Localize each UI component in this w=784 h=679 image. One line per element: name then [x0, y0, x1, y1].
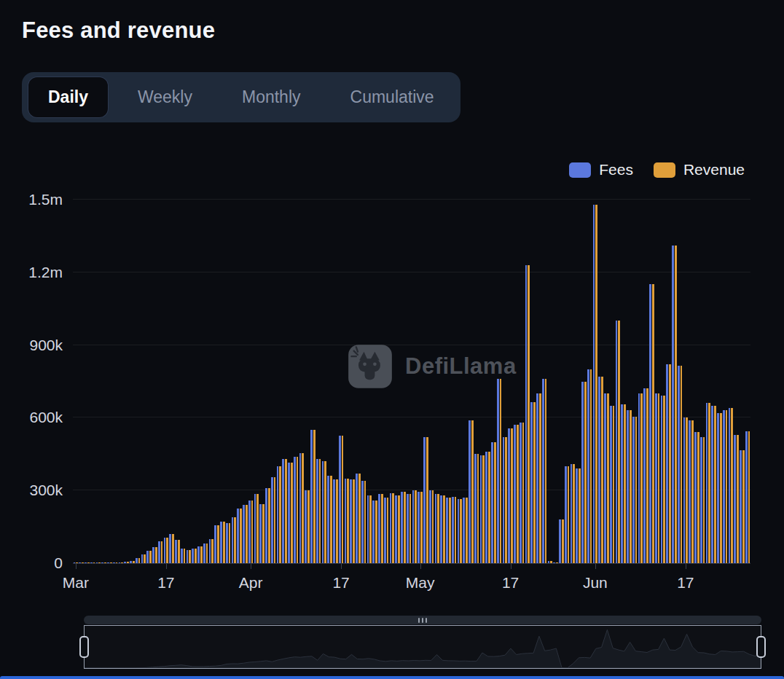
bar-group-day-24[interactable] [208, 200, 214, 563]
bar-group-day-13[interactable] [146, 200, 152, 563]
bar-group-day-78[interactable] [514, 200, 520, 563]
bar-group-day-76[interactable] [502, 200, 508, 563]
bar-group-day-88[interactable] [570, 200, 576, 563]
bar-group-day-59[interactable] [406, 200, 412, 563]
bar-group-day-42[interactable] [310, 200, 316, 563]
bar-group-day-2[interactable] [85, 200, 90, 563]
bar-group-day-68[interactable] [457, 200, 463, 563]
bar-group-day-61[interactable] [418, 200, 423, 563]
bar-group-day-58[interactable] [401, 200, 407, 563]
bar-group-day-89[interactable] [576, 200, 581, 563]
tab-daily[interactable]: Daily [28, 77, 108, 117]
bar-group-day-104[interactable] [660, 200, 666, 563]
bar-group-day-8[interactable] [118, 200, 124, 563]
bar-group-day-118[interactable] [740, 200, 745, 563]
bar-group-day-64[interactable] [434, 200, 440, 563]
bar-group-day-38[interactable] [288, 200, 294, 563]
bar-group-day-4[interactable] [95, 200, 101, 563]
bar-group-day-97[interactable] [621, 200, 627, 563]
bar-group-day-103[interactable] [654, 200, 660, 563]
bar-group-day-52[interactable] [366, 200, 372, 563]
bar-group-day-70[interactable] [469, 200, 474, 563]
bar-group-day-101[interactable] [643, 200, 649, 563]
bar-group-day-115[interactable] [722, 200, 728, 563]
bar-group-day-25[interactable] [214, 200, 220, 563]
bar-group-day-95[interactable] [609, 200, 615, 563]
bar-group-day-50[interactable] [356, 200, 361, 563]
bar-group-day-99[interactable] [632, 200, 638, 563]
bar-group-day-105[interactable] [666, 200, 672, 563]
bar-group-day-81[interactable] [530, 200, 536, 563]
bar-group-day-102[interactable] [649, 200, 655, 563]
bar-group-day-72[interactable] [479, 200, 485, 563]
bar-group-day-57[interactable] [395, 200, 401, 563]
legend-item-revenue[interactable]: Revenue [654, 161, 745, 178]
bar-group-day-67[interactable] [451, 200, 457, 563]
bar-group-day-63[interactable] [428, 200, 434, 563]
bar-group-day-26[interactable] [220, 200, 226, 563]
bar-group-day-33[interactable] [259, 200, 265, 563]
bar-group-day-44[interactable] [321, 200, 327, 563]
bar-group-day-90[interactable] [581, 200, 587, 563]
bar-group-day-40[interactable] [299, 200, 305, 563]
bar-group-day-96[interactable] [615, 200, 621, 563]
bar-group-day-5[interactable] [101, 200, 107, 563]
bar-group-day-15[interactable] [157, 200, 163, 563]
bar-group-day-110[interactable] [694, 200, 700, 563]
bar-group-day-69[interactable] [463, 200, 469, 563]
bar-group-day-87[interactable] [564, 200, 570, 563]
bar-group-day-60[interactable] [412, 200, 418, 563]
slider-move-handle[interactable] [84, 616, 761, 624]
bar-group-day-119[interactable] [745, 200, 750, 563]
bar-group-day-21[interactable] [192, 200, 197, 563]
bar-group-day-35[interactable] [270, 200, 276, 563]
slider-right-handle[interactable] [756, 636, 766, 658]
bar-group-day-84[interactable] [547, 200, 553, 563]
bar-group-day-31[interactable] [248, 200, 254, 563]
bar-group-day-74[interactable] [491, 200, 497, 563]
bar-group-day-49[interactable] [350, 200, 356, 563]
bar-group-day-107[interactable] [677, 200, 683, 563]
bar-group-day-82[interactable] [536, 200, 542, 563]
bar-group-day-6[interactable] [107, 200, 113, 563]
bar-group-day-29[interactable] [237, 200, 243, 563]
bar-group-day-56[interactable] [389, 200, 395, 563]
bar-group-day-71[interactable] [474, 200, 479, 563]
bar-group-day-65[interactable] [440, 200, 446, 563]
bar-group-day-11[interactable] [135, 200, 141, 563]
bar-group-day-34[interactable] [265, 200, 271, 563]
bar-group-day-55[interactable] [383, 200, 389, 563]
bar-group-day-28[interactable] [231, 200, 237, 563]
bar-group-day-75[interactable] [496, 200, 502, 563]
bar-group-day-43[interactable] [315, 200, 321, 563]
bar-group-day-18[interactable] [175, 200, 181, 563]
bar-group-day-37[interactable] [282, 200, 288, 563]
bar-group-day-27[interactable] [225, 200, 231, 563]
bar-group-day-112[interactable] [705, 200, 711, 563]
bar-group-day-92[interactable] [592, 200, 598, 563]
bar-group-day-108[interactable] [683, 200, 689, 563]
bar-group-day-93[interactable] [598, 200, 604, 563]
bar-group-day-62[interactable] [423, 200, 429, 563]
bar-group-day-32[interactable] [254, 200, 259, 563]
bar-group-day-100[interactable] [638, 200, 643, 563]
bar-group-day-45[interactable] [327, 200, 333, 563]
bar-group-day-116[interactable] [728, 200, 734, 563]
tab-monthly[interactable]: Monthly [222, 77, 321, 117]
bar-group-day-41[interactable] [305, 200, 310, 563]
bar-group-day-114[interactable] [717, 200, 723, 563]
tab-weekly[interactable]: Weekly [118, 77, 212, 117]
bar-group-day-113[interactable] [711, 200, 717, 563]
bar-group-day-0[interactable] [73, 200, 79, 563]
bar-group-day-53[interactable] [372, 200, 378, 563]
bar-group-day-14[interactable] [152, 200, 158, 563]
bar-group-day-91[interactable] [587, 200, 592, 563]
bar-group-day-54[interactable] [378, 200, 384, 563]
bar-group-day-9[interactable] [124, 200, 130, 563]
bar-group-day-47[interactable] [338, 200, 344, 563]
bar-group-day-17[interactable] [169, 200, 175, 563]
bar-group-day-98[interactable] [627, 200, 632, 563]
bar-group-day-83[interactable] [541, 200, 547, 563]
bar-group-day-80[interactable] [525, 200, 530, 563]
bar-group-day-22[interactable] [197, 200, 203, 563]
